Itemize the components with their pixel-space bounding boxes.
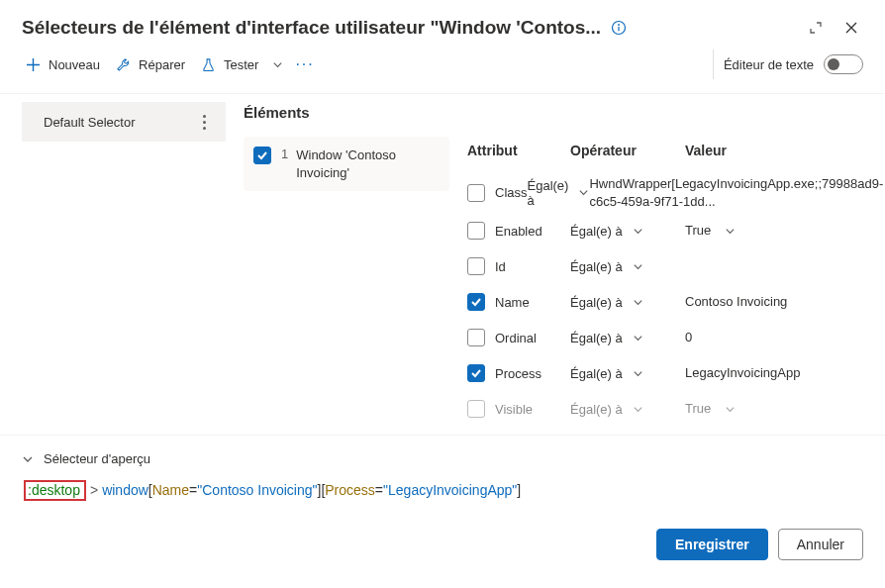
tok-proc-val: "LegacyInvoicingApp" bbox=[383, 482, 517, 498]
value-text: Contoso Invoicing bbox=[685, 293, 787, 311]
info-icon[interactable] bbox=[611, 20, 627, 36]
col-operator: Opérateur bbox=[570, 143, 685, 158]
preview-toggle[interactable]: Sélecteur d'aperçu bbox=[22, 445, 863, 476]
value-cell[interactable]: True bbox=[685, 400, 885, 418]
attr-row: IdÉgal(e) à bbox=[463, 248, 885, 284]
tok-window: window bbox=[102, 482, 148, 498]
chevron-down-icon bbox=[633, 297, 643, 308]
attr-checkbox[interactable] bbox=[467, 329, 485, 346]
chevron-down-icon bbox=[633, 226, 643, 237]
elements-heading: Éléments bbox=[244, 104, 885, 121]
wrench-icon bbox=[116, 57, 131, 72]
tok-name-attr: Name bbox=[152, 482, 189, 498]
text-editor-label: Éditeur de texte bbox=[724, 57, 814, 72]
attr-checkbox[interactable] bbox=[467, 184, 485, 202]
text-editor-toggle[interactable] bbox=[824, 54, 863, 74]
close-icon[interactable] bbox=[834, 14, 869, 42]
attr-checkbox[interactable] bbox=[467, 222, 485, 240]
attr-name: Id bbox=[495, 259, 506, 274]
operator-dropdown[interactable]: Égal(e) à bbox=[570, 224, 685, 239]
operator-dropdown[interactable]: Égal(e) à bbox=[528, 178, 590, 208]
attr-row: EnabledÉgal(e) àTrue bbox=[463, 213, 885, 248]
attr-checkbox[interactable] bbox=[467, 293, 485, 311]
flask-icon bbox=[201, 57, 216, 72]
toolbar: Nouveau Réparer Tester ··· Éditeur de te… bbox=[0, 46, 885, 94]
chevron-down-icon bbox=[22, 453, 34, 465]
attr-name: Visible bbox=[495, 402, 533, 417]
chevron-down-icon bbox=[633, 261, 643, 272]
selector-preview-code: :desktop>window[Name="Contoso Invoicing"… bbox=[22, 476, 863, 515]
operator-label: Égal(e) à bbox=[528, 178, 569, 208]
attributes-table: Attribut Opérateur Valeur ClassÉgal(e) à… bbox=[463, 137, 885, 435]
operator-dropdown[interactable]: Égal(e) à bbox=[570, 259, 685, 274]
value-cell[interactable]: 0 bbox=[685, 329, 885, 346]
chevron-down-icon bbox=[633, 404, 643, 415]
element-index: 1 bbox=[281, 147, 288, 161]
selectors-list: Default Selector bbox=[0, 94, 226, 435]
tok-arrow: > bbox=[86, 482, 102, 498]
plus-icon bbox=[26, 57, 41, 72]
repair-label: Réparer bbox=[139, 57, 185, 72]
attr-name: Class bbox=[495, 185, 528, 200]
value-text: True bbox=[685, 400, 711, 418]
operator-dropdown[interactable]: Égal(e) à bbox=[570, 295, 685, 310]
element-checkbox[interactable] bbox=[253, 147, 271, 164]
attr-name: Process bbox=[495, 366, 541, 381]
attr-checkbox[interactable] bbox=[467, 257, 485, 275]
operator-dropdown[interactable]: Égal(e) à bbox=[570, 331, 685, 345]
operator-label: Égal(e) à bbox=[570, 402, 623, 417]
expand-icon[interactable] bbox=[798, 14, 834, 42]
col-value: Valeur bbox=[685, 143, 885, 158]
svg-rect-2 bbox=[619, 27, 620, 32]
preview-panel: Sélecteur d'aperçu :desktop>window[Name=… bbox=[0, 435, 885, 521]
col-attribute: Attribut bbox=[463, 143, 570, 158]
test-label: Tester bbox=[224, 57, 258, 72]
operator-label: Égal(e) à bbox=[570, 366, 623, 381]
operator-label: Égal(e) à bbox=[570, 331, 623, 345]
tok-name-val: "Contoso Invoicing" bbox=[197, 482, 317, 498]
tok-desktop: :desktop bbox=[28, 482, 80, 498]
test-split-chevron[interactable] bbox=[266, 53, 289, 76]
operator-label: Égal(e) à bbox=[570, 224, 623, 239]
cancel-button[interactable]: Annuler bbox=[778, 529, 863, 560]
new-button[interactable]: Nouveau bbox=[18, 51, 108, 78]
operator-dropdown[interactable]: Égal(e) à bbox=[570, 402, 685, 417]
attr-row: VisibleÉgal(e) àTrue bbox=[463, 391, 885, 427]
attr-name: Enabled bbox=[495, 224, 542, 239]
value-cell[interactable]: HwndWrapper[LegacyInvoicingApp.exe;;7998… bbox=[589, 175, 885, 210]
more-icon[interactable]: ··· bbox=[289, 51, 320, 77]
value-cell[interactable]: LegacyInvoicingApp bbox=[685, 364, 885, 382]
attr-row: ClassÉgal(e) àHwndWrapper[LegacyInvoicin… bbox=[463, 172, 885, 213]
value-text: True bbox=[685, 222, 711, 240]
repair-button[interactable]: Réparer bbox=[108, 51, 193, 78]
chevron-down-icon bbox=[725, 404, 736, 415]
elements-list: 1 Window 'Contoso Invoicing' bbox=[244, 137, 449, 435]
kebab-icon[interactable] bbox=[192, 115, 216, 130]
value-cell[interactable]: True bbox=[685, 222, 885, 240]
dialog-title: Sélecteurs de l'élément d'interface util… bbox=[22, 17, 601, 39]
attr-checkbox[interactable] bbox=[467, 364, 485, 382]
element-label: Window 'Contoso Invoicing' bbox=[296, 147, 440, 181]
attr-row: NameÉgal(e) àContoso Invoicing bbox=[463, 284, 885, 320]
operator-label: Égal(e) à bbox=[570, 259, 623, 274]
attr-name: Ordinal bbox=[495, 331, 537, 345]
operator-label: Égal(e) à bbox=[570, 295, 623, 310]
chevron-down-icon bbox=[725, 226, 736, 237]
value-text: 0 bbox=[685, 329, 692, 346]
highlight-box: :desktop bbox=[24, 480, 86, 501]
selector-name: Default Selector bbox=[44, 115, 136, 130]
test-button[interactable]: Tester bbox=[193, 51, 266, 78]
chevron-down-icon bbox=[633, 333, 643, 343]
tok-proc-attr: Process bbox=[325, 482, 375, 498]
titlebar: Sélecteurs de l'élément d'interface util… bbox=[0, 0, 885, 46]
preview-label: Sélecteur d'aperçu bbox=[44, 451, 150, 466]
value-text: LegacyInvoicingApp bbox=[685, 364, 800, 382]
value-cell[interactable]: Contoso Invoicing bbox=[685, 293, 885, 311]
operator-dropdown[interactable]: Égal(e) à bbox=[570, 366, 685, 381]
attr-checkbox[interactable] bbox=[467, 400, 485, 418]
selector-item[interactable]: Default Selector bbox=[22, 102, 226, 142]
footer: Enregistrer Annuler bbox=[0, 521, 885, 578]
value-text: HwndWrapper[LegacyInvoicingApp.exe;;7998… bbox=[589, 175, 883, 210]
element-item[interactable]: 1 Window 'Contoso Invoicing' bbox=[244, 137, 449, 191]
save-button[interactable]: Enregistrer bbox=[656, 529, 768, 560]
